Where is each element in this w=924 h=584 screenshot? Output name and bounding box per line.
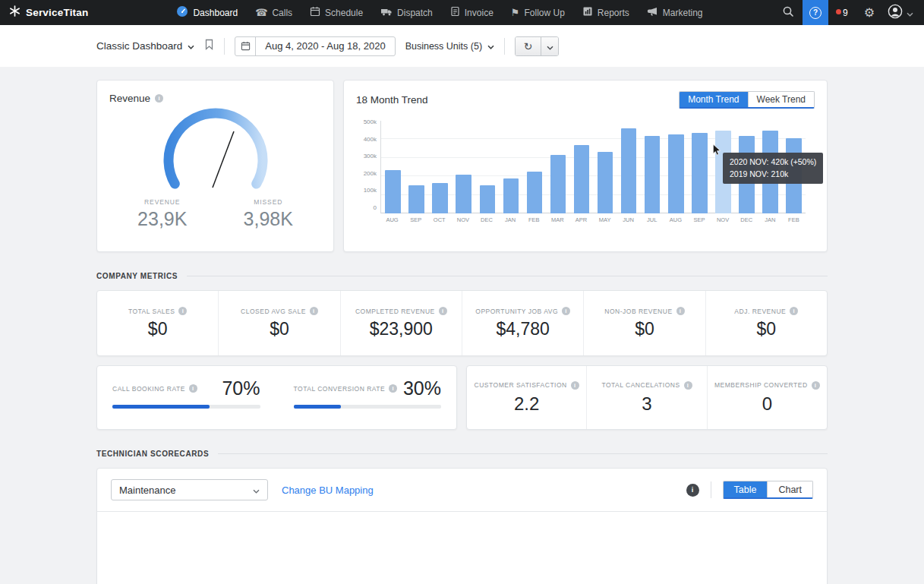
month-trend-button[interactable]: Month Trend (680, 92, 747, 107)
x-axis-label: AUG (380, 216, 404, 223)
info-icon[interactable] (812, 381, 820, 390)
search-icon (782, 5, 794, 21)
nav-item-schedule[interactable]: Schedule (310, 6, 363, 19)
chevron-down-icon (487, 41, 494, 52)
trend-bar[interactable] (480, 185, 496, 213)
week-trend-button[interactable]: Week Trend (748, 92, 814, 107)
info-icon[interactable] (571, 381, 579, 390)
nav-label: Schedule (325, 8, 363, 18)
nav-item-reports[interactable]: Reports (582, 6, 629, 19)
megaphone-icon (647, 6, 658, 19)
stat-label: TOTAL CANCELATIONS (601, 381, 680, 389)
help-button[interactable] (803, 0, 828, 25)
progress-fill (112, 405, 210, 409)
trend-bar[interactable] (692, 133, 708, 213)
search-button[interactable] (774, 0, 803, 25)
info-icon[interactable] (790, 307, 798, 315)
revenue-gauge (109, 104, 321, 198)
bar-chart-icon (582, 6, 593, 19)
scorecard-table-area (97, 511, 827, 584)
rate-value: 30% (403, 377, 441, 399)
table-view-button[interactable]: Table (724, 481, 768, 497)
refresh-options-button[interactable] (541, 37, 558, 55)
bookmark-icon (204, 39, 214, 53)
trend-toggle: Month Trend Week Trend (679, 91, 815, 109)
account-menu[interactable] (883, 4, 924, 22)
info-icon[interactable] (389, 384, 397, 393)
y-axis-label: 200k (364, 170, 377, 177)
nav-label: Marketing (663, 8, 703, 18)
info-icon[interactable] (686, 484, 699, 497)
call-booking-progress-bar[interactable] (112, 405, 260, 409)
info-icon[interactable] (189, 384, 197, 393)
metric-opportunity-job-avg: OPPORTUNITY JOB AVG $4,780 (462, 291, 583, 355)
trend-bar[interactable] (668, 134, 684, 213)
mouse-cursor-icon (712, 144, 721, 159)
total-cancelations-stat: TOTAL CANCELATIONS 3 (586, 366, 706, 429)
stat-label: CUSTOMER SATISFACTION (475, 381, 567, 389)
nav-item-dashboard[interactable]: Dashboard (176, 5, 238, 20)
invoice-icon (450, 6, 460, 19)
avatar-icon (888, 4, 903, 22)
trend-bar[interactable] (598, 152, 613, 213)
info-icon[interactable] (676, 307, 685, 315)
change-bu-mapping-link[interactable]: Change BU Mapping (282, 485, 374, 496)
trend-bar[interactable] (408, 185, 424, 213)
trend-bar[interactable] (456, 175, 471, 213)
settings-button[interactable]: ⚙ (856, 0, 883, 25)
nav-item-invoice[interactable]: Invoice (450, 6, 494, 19)
top-nav: ServiceTitan Dashboard ☎ Calls Schedule (0, 0, 924, 25)
trend-bar[interactable] (527, 172, 543, 213)
dashboard-toolbar: Classic Dashboard Aug 4, 2020 - Aug 18, … (0, 25, 924, 67)
info-icon[interactable] (310, 307, 318, 315)
trend-plot: 2020 NOV: 420k (+50%) 2019 NOV: 210k (380, 121, 806, 213)
chevron-down-icon (907, 6, 913, 20)
trend-bar[interactable] (621, 128, 637, 213)
trend-bar[interactable] (645, 136, 661, 213)
conversion-progress-bar[interactable] (294, 405, 442, 409)
trend-bar[interactable] (550, 155, 566, 213)
stats-card: CUSTOMER SATISFACTION 2.2 TOTAL CANCELAT… (466, 365, 828, 430)
info-icon[interactable] (562, 307, 570, 315)
metric-value: $23,900 (370, 319, 433, 339)
company-metrics-section-header: COMPANY METRICS (96, 272, 828, 280)
x-axis-label: JAN (758, 216, 782, 223)
info-icon[interactable] (155, 94, 163, 103)
notifications-button[interactable]: 9 (828, 8, 856, 18)
metric-value: $0 (148, 319, 168, 339)
technician-scorecards-section-header: TECHNICIAN SCORECARDS (96, 450, 828, 458)
business-units-selector[interactable]: Business Units (5) (405, 41, 494, 52)
gauge-missed-stat: MISSED 3,98K (216, 198, 322, 230)
nav-item-calls[interactable]: ☎ Calls (255, 8, 292, 18)
nav-label: Dispatch (397, 8, 433, 18)
trend-bar[interactable] (574, 145, 590, 213)
metric-label: TOTAL SALES (128, 308, 175, 315)
bookmark-button[interactable] (204, 39, 214, 53)
info-icon[interactable] (439, 307, 447, 315)
info-icon[interactable] (684, 381, 692, 390)
dashboard-selector[interactable]: Classic Dashboard (96, 40, 194, 52)
gauge-arc (169, 113, 263, 184)
progress-fill (294, 405, 341, 409)
trend-xlabels: AUGSEPOCTNOVDECJANFEBMARAPRMAYJUNJULAUGS… (380, 216, 806, 223)
help-icon (809, 7, 822, 19)
nav-item-marketing[interactable]: Marketing (647, 6, 703, 19)
trend-chart: 500k400k300k200k100k0 2020 NOV: 420k (+5… (356, 121, 815, 223)
nav-item-follow-up[interactable]: ⚑ Follow Up (511, 8, 565, 18)
bu-filter-select[interactable]: Maintenance (111, 479, 268, 500)
brand[interactable]: ServiceTitan (9, 5, 88, 20)
metric-value: $0 (757, 319, 777, 339)
info-icon[interactable] (178, 307, 187, 315)
call-booking-rate: CALL BOOKING RATE 70% (112, 377, 260, 418)
calendar-icon (310, 6, 320, 19)
refresh-icon: ↻ (524, 40, 533, 52)
date-range-picker[interactable]: Aug 4, 2020 - Aug 18, 2020 (235, 36, 395, 56)
refresh-button[interactable]: ↻ (516, 37, 541, 55)
trend-bar[interactable] (432, 183, 448, 213)
gauge-needle (213, 131, 234, 188)
chart-view-button[interactable]: Chart (767, 481, 812, 497)
nav-item-dispatch[interactable]: Dispatch (380, 6, 433, 19)
trend-bar[interactable] (385, 170, 401, 213)
trend-bar[interactable] (503, 178, 519, 213)
tooltip-line-2: 2019 NOV: 210k (730, 169, 816, 180)
